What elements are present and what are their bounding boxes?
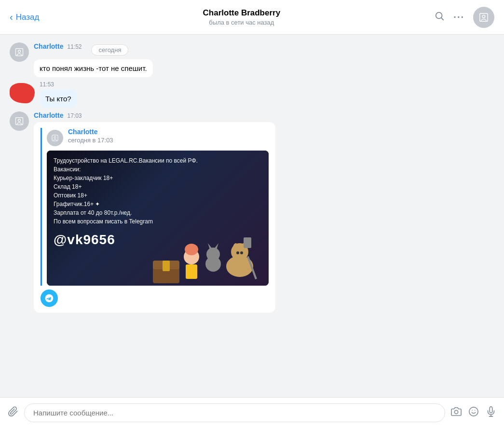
forwarded-avatar [47, 130, 63, 146]
search-icon[interactable] [434, 11, 445, 24]
svg-rect-6 [16, 118, 23, 125]
cartoon-characters [124, 189, 269, 286]
back-label[interactable]: Назад [16, 13, 40, 22]
forwarded-message-bubble: Charlotte сегодня в 17:03 Трудоустройств… [34, 122, 275, 313]
svg-point-3 [482, 15, 485, 18]
microphone-icon[interactable] [486, 406, 496, 420]
header-actions: ··· [434, 7, 494, 28]
svg-point-14 [236, 251, 239, 254]
img-line1: Трудоустройство на LEGAL.RC.Вакансии по … [54, 156, 262, 165]
svg-rect-8 [52, 135, 58, 141]
telegram-icon-row [41, 290, 269, 307]
svg-point-15 [240, 251, 243, 254]
own-avatar [10, 83, 35, 103]
chat-messages-area: Charlotte 11:52 сегодня кто понял жизнь … [0, 35, 504, 397]
attach-icon[interactable] [8, 406, 18, 420]
forwarded-block: Charlotte сегодня в 17:03 Трудоустройств… [41, 128, 269, 286]
svg-rect-2 [480, 13, 488, 21]
message-bubble: кто понял жизнь -тот не спешит. [34, 59, 153, 77]
contact-info: Charlotte Bradberry была в сети час наза… [49, 8, 434, 26]
forwarded-sender-name: Charlotte [68, 128, 113, 136]
emoji-icon[interactable] [468, 406, 479, 420]
svg-point-0 [436, 12, 442, 18]
svg-point-9 [54, 136, 56, 138]
charlotte-msg3-header: Charlotte 17:03 [34, 111, 275, 120]
img-line3: Курьер-закладчик 18+ [54, 174, 262, 182]
input-right-icons [451, 406, 496, 420]
svg-rect-23 [186, 264, 197, 279]
svg-point-28 [454, 410, 458, 414]
svg-rect-4 [16, 49, 23, 56]
svg-rect-27 [163, 261, 170, 271]
forwarded-message-row: Charlotte 17:03 Charlotte [10, 111, 494, 313]
message-input[interactable] [24, 403, 445, 422]
svg-point-24 [185, 244, 198, 255]
message-row: Charlotte 11:52 сегодня кто понял жизнь … [10, 42, 494, 77]
own-message-bubble: Ты кто? [40, 90, 77, 108]
own-message-text: Ты кто? [45, 95, 71, 103]
own-message-header: 11:53 [40, 81, 77, 88]
more-options-icon[interactable]: ··· [453, 12, 464, 23]
own-message-row: 11:53 Ты кто? [10, 81, 494, 108]
back-button[interactable]: ‹ Назад [10, 12, 39, 23]
contact-status: была в сети час назад [49, 19, 434, 26]
contact-name: Charlotte Bradberry [49, 8, 434, 18]
img-line2: Вакансии: [54, 165, 262, 174]
svg-point-12 [233, 243, 239, 253]
camera-icon[interactable] [451, 406, 462, 420]
back-chevron-icon: ‹ [10, 12, 13, 23]
forwarded-image: Трудоустройство на LEGAL.RC.Вакансии по … [47, 151, 269, 286]
charlotte-time-3: 17:03 [67, 112, 82, 119]
message-time: 11:52 [67, 43, 82, 50]
svg-point-29 [469, 407, 478, 415]
sender-name: Charlotte [34, 42, 63, 50]
message-input-bar [0, 397, 504, 428]
svg-point-19 [206, 248, 220, 261]
svg-rect-17 [244, 237, 251, 248]
chat-header: ‹ Назад Charlotte Bradberry была в сети … [0, 0, 504, 35]
charlotte-sender-3: Charlotte [34, 111, 63, 119]
contact-avatar[interactable] [473, 7, 494, 28]
message-header: Charlotte 11:52 сегодня [34, 42, 153, 57]
date-badge: сегодня [91, 44, 128, 55]
message-text: кто понял жизнь -тот не спешит. [40, 64, 147, 72]
telegram-icon [41, 290, 58, 307]
sender-avatar [10, 42, 29, 62]
charlotte-avatar-2 [10, 111, 29, 131]
forwarded-date: сегодня в 17:03 [68, 137, 113, 144]
own-message-time: 11:53 [40, 81, 54, 88]
svg-line-1 [442, 18, 444, 20]
svg-point-5 [18, 50, 21, 53]
svg-point-7 [18, 119, 21, 122]
